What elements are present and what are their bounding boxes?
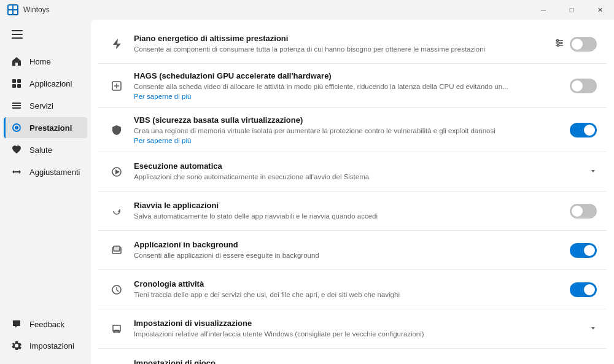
hags-desc: Consente alla scheda video di allocare l… (134, 82, 561, 91)
applicazioni-background-title: Applicazioni in background (134, 240, 561, 249)
sidebar-item-salute[interactable]: Salute (4, 139, 87, 160)
vbs-link[interactable]: Per saperne di più (134, 137, 561, 144)
sidebar-item-servizi[interactable]: Servizi (4, 95, 87, 116)
piano-energetico-controls (554, 37, 597, 52)
maximize-button[interactable]: □ (558, 0, 586, 20)
riavvia-applicazioni-title: Riavvia le applicazioni (134, 201, 561, 210)
close-button[interactable]: ✕ (586, 0, 614, 20)
piano-energetico-tune-icon[interactable] (554, 37, 565, 51)
sidebar-item-applicazioni[interactable]: Applicazioni (4, 73, 87, 94)
setting-item-riavvia-applicazioni: Riavvia le applicazioniSalva automaticam… (98, 192, 607, 231)
sidebar-item-impostazioni[interactable]: Impostazioni (4, 335, 87, 356)
cronologia-attivita-text: Cronologia attivitàTieni traccia delle a… (134, 279, 561, 300)
applicazioni-background-toggle[interactable] (570, 243, 597, 258)
riavvia-applicazioni-text: Riavvia le applicazioniSalva automaticam… (134, 201, 561, 221)
sidebar-item-servizi-label: Servizi (29, 101, 53, 110)
window-controls: ─ □ ✕ (529, 0, 614, 20)
riavvia-applicazioni-icon (108, 203, 125, 220)
esecuzione-automatica-text: Esecuzione automaticaApplicazioni che so… (134, 161, 581, 182)
svg-rect-8 (12, 103, 21, 104)
hags-controls (570, 79, 597, 93)
svg-rect-7 (17, 84, 21, 88)
sidebar-item-prestazioni-label: Prestazioni (29, 123, 72, 133)
impostazioni-gioco-icon (108, 360, 125, 364)
sidebar-bottom: Feedback Impostazioni (0, 313, 91, 362)
sidebar-item-aggiustamenti[interactable]: Aggiustamenti (4, 161, 87, 182)
riavvia-applicazioni-controls (570, 204, 597, 219)
hamburger-icon (12, 30, 23, 39)
setting-item-cronologia-attivita: Cronologia attivitàTieni traccia delle a… (98, 270, 607, 309)
sidebar-item-home-label: Home (29, 57, 51, 66)
setting-item-hags: HAGS (schedulazioni GPU accelerate dall'… (98, 64, 607, 108)
vbs-toggle[interactable] (570, 123, 597, 137)
titlebar: Wintoys ─ □ ✕ (0, 0, 614, 20)
esecuzione-automatica-controls (589, 167, 597, 177)
salute-icon (11, 144, 22, 155)
piano-energetico-toggle[interactable] (570, 37, 597, 52)
svg-rect-0 (9, 6, 12, 9)
sidebar-item-home[interactable]: Home (4, 51, 87, 72)
cronologia-attivita-controls (570, 282, 597, 297)
impostazioni-visualizzazione-text: Impostazioni di visualizzazioneImpostazi… (134, 319, 581, 339)
piano-energetico-icon (108, 36, 125, 53)
riavvia-applicazioni-toggle[interactable] (570, 204, 597, 219)
servizi-icon (11, 100, 22, 111)
esecuzione-automatica-desc: Applicazioni che sono automaticamente in… (134, 172, 581, 182)
vbs-desc: Crea una regione di memoria virtuale iso… (134, 126, 561, 136)
impostazioni-gioco-text: Impostazioni di giocoImpostazioni relati… (134, 358, 581, 364)
sidebar-item-prestazioni[interactable]: Prestazioni (4, 117, 87, 138)
piano-energetico-title: Piano energetico di altissime prestazion… (134, 34, 545, 43)
app-title: Wintoys (23, 6, 50, 14)
riavvia-applicazioni-desc: Salva automaticamente lo stato delle app… (134, 211, 561, 221)
svg-point-15 (560, 42, 562, 44)
impostazioni-visualizzazione-chevron-icon[interactable] (589, 324, 597, 334)
svg-rect-2 (9, 10, 12, 14)
sidebar-item-aggiustamenti-label: Aggiustamenti (29, 168, 80, 177)
setting-item-impostazioni-gioco: Impostazioni di giocoImpostazioni relati… (98, 349, 607, 364)
sidebar-item-salute-label: Salute (29, 145, 52, 155)
svg-rect-6 (12, 84, 16, 88)
piano-energetico-desc: Consente ai componenti di consumare tutt… (134, 44, 545, 54)
impostazioni-visualizzazione-desc: Impostazioni relative all'interfaccia ut… (134, 329, 581, 339)
impostazioni-gioco-title: Impostazioni di gioco (134, 358, 581, 364)
impostazioni-visualizzazione-icon (108, 320, 125, 338)
titlebar-left: Wintoys (7, 4, 50, 15)
applicazioni-background-text: Applicazioni in backgroundConsenti alle … (134, 240, 561, 260)
sidebar-item-applicazioni-label: Applicazioni (29, 79, 72, 88)
sidebar-item-feedback[interactable]: Feedback (4, 314, 87, 335)
feedback-icon (11, 319, 22, 330)
svg-point-16 (558, 44, 559, 46)
setting-item-impostazioni-visualizzazione: Impostazioni di visualizzazioneImpostazi… (98, 309, 607, 349)
hags-toggle[interactable] (570, 79, 597, 93)
hags-icon (108, 77, 125, 95)
impostazioni-visualizzazione-controls (589, 324, 597, 334)
setting-item-piano-energetico: Piano energetico di altissime prestazion… (98, 25, 607, 64)
esecuzione-automatica-chevron-icon[interactable] (589, 167, 597, 177)
sidebar-item-feedback-label: Feedback (29, 320, 64, 329)
vbs-icon (108, 122, 125, 139)
esecuzione-automatica-icon (108, 163, 125, 180)
svg-rect-5 (17, 79, 21, 83)
sidebar: Home Applicazioni (0, 20, 91, 364)
vbs-title: VBS (sicurezza basata sulla virtualizzaz… (134, 115, 561, 125)
cronologia-attivita-icon (108, 281, 125, 298)
hags-text: HAGS (schedulazioni GPU accelerate dall'… (134, 71, 561, 100)
cronologia-attivita-title: Cronologia attività (134, 279, 561, 288)
hags-link[interactable]: Per saperne di più (134, 93, 561, 100)
minimize-button[interactable]: ─ (529, 0, 558, 20)
svg-rect-3 (14, 10, 17, 14)
svg-point-14 (557, 39, 559, 41)
sidebar-item-impostazioni-label: Impostazioni (29, 341, 74, 350)
content-area: Piano energetico di altissime prestazion… (91, 20, 614, 364)
prestazioni-icon (11, 122, 22, 133)
vbs-controls (570, 123, 597, 137)
setting-item-vbs: VBS (sicurezza basata sulla virtualizzaz… (98, 108, 607, 152)
aggiustamenti-icon (11, 166, 22, 177)
vbs-text: VBS (sicurezza basata sulla virtualizzaz… (134, 115, 561, 144)
applicazioni-background-icon (108, 242, 125, 259)
applicazioni-background-controls (570, 243, 597, 258)
svg-rect-10 (12, 107, 21, 109)
hamburger-button[interactable] (5, 23, 29, 45)
app-logo (7, 4, 18, 15)
cronologia-attivita-toggle[interactable] (570, 282, 597, 297)
